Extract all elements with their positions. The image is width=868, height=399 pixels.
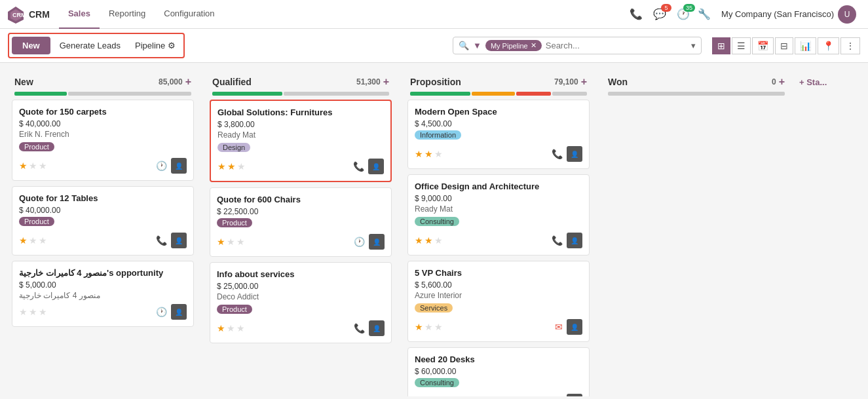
- star-1[interactable]: ★: [217, 237, 225, 247]
- star-2[interactable]: ★: [29, 307, 37, 317]
- star-3[interactable]: ★: [434, 322, 443, 332]
- messages-badge: 5: [661, 4, 671, 12]
- kanban-card[interactable]: منصور 4 كاميرات خارجية's opportunity $ 5…: [12, 261, 194, 327]
- card-avatar: 👤: [567, 233, 582, 248]
- star-2[interactable]: ★: [227, 323, 235, 333]
- card-tag[interactable]: Product: [19, 217, 54, 226]
- card-title: Quote for 600 Chairs: [217, 195, 385, 204]
- col-cards: [601, 100, 791, 396]
- pivot-view-btn[interactable]: ⊟: [775, 37, 793, 54]
- new-button[interactable]: New: [12, 37, 50, 54]
- search-dropdown-icon[interactable]: [691, 41, 696, 50]
- card-action-icons: 📞 👤: [156, 233, 187, 248]
- card-title: Need 20 Desks: [415, 354, 582, 364]
- star-3[interactable]: ★: [39, 161, 47, 171]
- progress-segment: [68, 92, 191, 96]
- card-tag[interactable]: Consulting: [415, 217, 459, 226]
- star-1[interactable]: ★: [415, 149, 423, 159]
- col-add-new[interactable]: +: [185, 76, 191, 88]
- card-tag[interactable]: Product: [217, 305, 252, 314]
- star-1[interactable]: ★: [19, 161, 28, 171]
- kanban-card[interactable]: Quote for 150 carpets $ 40,000.00 Erik N…: [12, 100, 194, 181]
- calendar-view-btn[interactable]: 📅: [752, 37, 774, 54]
- kanban-card[interactable]: Quote for 12 Tables $ 40,000.00 Product …: [12, 186, 194, 256]
- card-avatar: 👤: [567, 319, 582, 335]
- kanban-card[interactable]: Need 20 Desks $ 60,000.00 Consulting ★★★…: [407, 347, 590, 396]
- star-1[interactable]: ★: [19, 307, 28, 317]
- col-won: Won 0 +: [601, 71, 791, 396]
- star-1[interactable]: ★: [217, 323, 225, 333]
- generate-leads-button[interactable]: Generate Leads: [54, 38, 126, 53]
- card-tag[interactable]: Services: [415, 303, 453, 313]
- card-company: Deco Addict: [217, 292, 385, 301]
- nav-item-sales[interactable]: Sales: [59, 0, 100, 29]
- star-2[interactable]: ★: [29, 235, 37, 246]
- kanban-card[interactable]: Info about services $ 25,000.00 Deco Add…: [210, 262, 392, 343]
- nav-activity-btn[interactable]: 🕐 35: [674, 5, 692, 23]
- card-avatar: 👤: [171, 233, 187, 248]
- col-add-qualified[interactable]: +: [383, 76, 389, 88]
- nav-tools-icon: 🔧: [698, 8, 711, 20]
- pipeline-button[interactable]: Pipeline: [130, 38, 181, 53]
- kanban-card[interactable]: Office Design and Architecture $ 9,000.0…: [407, 174, 590, 256]
- kanban-card[interactable]: Global Solutions: Furnitures $ 3,800.00 …: [210, 100, 392, 182]
- star-3[interactable]: ★: [236, 237, 245, 247]
- card-tag[interactable]: Design: [217, 143, 250, 152]
- more-view-btn[interactable]: ⋮: [840, 37, 860, 54]
- progress-segment: [14, 92, 67, 96]
- nav-item-reporting[interactable]: Reporting: [100, 0, 155, 29]
- kanban-card[interactable]: 5 VP Chairs $ 5,600.00 Azure Interior Se…: [407, 261, 590, 342]
- kanban-view-btn[interactable]: ⊞: [712, 37, 730, 54]
- star-3[interactable]: ★: [434, 235, 443, 246]
- card-footer: ★★★ ✉ 👤: [415, 319, 582, 335]
- star-1[interactable]: ★: [415, 322, 423, 332]
- nav-phone-icon[interactable]: 📞: [627, 5, 645, 23]
- map-view-btn[interactable]: 📍: [818, 37, 839, 54]
- star-2[interactable]: ★: [29, 161, 37, 171]
- graph-view-btn[interactable]: 📊: [795, 37, 816, 54]
- progress-segment: [608, 92, 785, 96]
- col-add-won[interactable]: +: [779, 76, 785, 88]
- card-avatar: 👤: [567, 146, 582, 162]
- card-tag[interactable]: Product: [217, 218, 252, 227]
- search-input[interactable]: [546, 41, 687, 50]
- nav-messages-btn[interactable]: 💬 5: [651, 5, 669, 23]
- card-company: Erik N. French: [19, 130, 187, 139]
- star-2[interactable]: ★: [227, 237, 235, 247]
- col-add-proposition[interactable]: +: [581, 76, 587, 88]
- card-tag[interactable]: Product: [19, 142, 54, 151]
- nav-item-configuration[interactable]: Configuration: [155, 0, 223, 29]
- star-3[interactable]: ★: [236, 323, 245, 333]
- star-3[interactable]: ★: [434, 149, 443, 159]
- filter-close-icon[interactable]: ✕: [531, 41, 537, 50]
- card-amount: $ 4,500.00: [415, 119, 582, 128]
- star-rating: ★★★: [217, 237, 245, 247]
- list-view-btn[interactable]: ☰: [732, 37, 751, 54]
- card-action-icons: 📞 👤: [552, 146, 582, 162]
- card-title: Global Solutions: Furnitures: [217, 107, 384, 117]
- star-2[interactable]: ★: [425, 149, 433, 159]
- star-1[interactable]: ★: [217, 161, 226, 172]
- kanban-card[interactable]: Modern Open Space $ 4,500.00 Information…: [407, 100, 590, 169]
- star-1[interactable]: ★: [415, 235, 423, 246]
- svg-text:CRM: CRM: [12, 12, 25, 18]
- card-footer: ★★★ 🕐 👤: [19, 158, 187, 174]
- app-container: CRM CRM Sales Reporting Configuration 📞 …: [0, 0, 868, 399]
- star-1[interactable]: ★: [19, 235, 28, 246]
- star-3[interactable]: ★: [237, 161, 246, 172]
- card-action-icons: 🕐 👤: [156, 158, 187, 174]
- card-avatar: 👤: [567, 394, 582, 396]
- star-2[interactable]: ★: [227, 161, 236, 172]
- phone-icon: 📞: [353, 161, 364, 172]
- star-2[interactable]: ★: [425, 322, 433, 332]
- star-3[interactable]: ★: [39, 235, 47, 246]
- col-amount-new: 85,000: [159, 77, 183, 86]
- card-tag[interactable]: Information: [415, 130, 461, 140]
- col-title-proposition: Proposition: [410, 77, 461, 87]
- kanban-card[interactable]: Quote for 600 Chairs $ 22,500.00 Product…: [210, 187, 392, 257]
- star-3[interactable]: ★: [39, 307, 47, 317]
- card-tag[interactable]: Consulting: [415, 378, 459, 387]
- star-2[interactable]: ★: [425, 235, 433, 246]
- nav-company[interactable]: My Company (San Francisco) U: [716, 3, 861, 26]
- add-stage-button[interactable]: + Sta...: [799, 71, 868, 396]
